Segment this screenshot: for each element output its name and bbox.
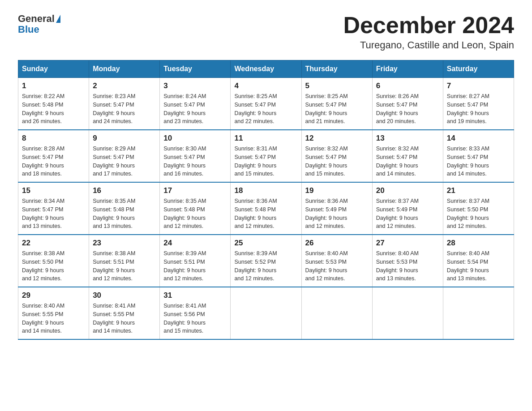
day-number: 12 bbox=[305, 134, 369, 143]
day-number: 2 bbox=[93, 81, 156, 90]
calendar-cell: 11Sunrise: 8:31 AMSunset: 5:47 PMDayligh… bbox=[231, 130, 301, 182]
day-info: Sunrise: 8:31 AMSunset: 5:47 PMDaylight:… bbox=[234, 145, 297, 178]
day-info: Sunrise: 8:26 AMSunset: 5:47 PMDaylight:… bbox=[376, 92, 439, 126]
calendar-cell: 23Sunrise: 8:38 AMSunset: 5:51 PMDayligh… bbox=[89, 235, 160, 287]
calendar-cell: 19Sunrise: 8:36 AMSunset: 5:49 PMDayligh… bbox=[301, 182, 372, 235]
calendar-cell: 17Sunrise: 8:35 AMSunset: 5:48 PMDayligh… bbox=[160, 182, 231, 235]
calendar-week-row: 15Sunrise: 8:34 AMSunset: 5:47 PMDayligh… bbox=[18, 182, 514, 235]
calendar-cell: 31Sunrise: 8:41 AMSunset: 5:56 PMDayligh… bbox=[160, 287, 231, 339]
calendar-cell: 13Sunrise: 8:32 AMSunset: 5:47 PMDayligh… bbox=[372, 130, 443, 182]
day-info: Sunrise: 8:40 AMSunset: 5:54 PMDaylight:… bbox=[447, 249, 510, 283]
day-number: 21 bbox=[447, 186, 510, 195]
day-info: Sunrise: 8:38 AMSunset: 5:50 PMDaylight:… bbox=[22, 249, 85, 283]
day-number: 24 bbox=[163, 239, 227, 248]
day-number: 14 bbox=[447, 134, 510, 143]
day-info: Sunrise: 8:36 AMSunset: 5:49 PMDaylight:… bbox=[305, 197, 369, 231]
calendar-cell: 1Sunrise: 8:22 AMSunset: 5:48 PMDaylight… bbox=[18, 78, 89, 130]
day-info: Sunrise: 8:30 AMSunset: 5:47 PMDaylight:… bbox=[163, 145, 227, 178]
day-number: 1 bbox=[22, 81, 85, 90]
calendar-week-row: 29Sunrise: 8:40 AMSunset: 5:55 PMDayligh… bbox=[18, 287, 514, 339]
day-info: Sunrise: 8:37 AMSunset: 5:50 PMDaylight:… bbox=[447, 197, 510, 231]
calendar-header-saturday: Saturday bbox=[443, 60, 514, 78]
day-info: Sunrise: 8:29 AMSunset: 5:47 PMDaylight:… bbox=[93, 145, 156, 178]
day-number: 26 bbox=[305, 239, 369, 248]
calendar-cell: 4Sunrise: 8:25 AMSunset: 5:47 PMDaylight… bbox=[231, 78, 301, 130]
page-header: General Blue December 2024 Turegano, Cas… bbox=[18, 13, 514, 51]
month-title: December 2024 bbox=[343, 13, 514, 37]
day-number: 8 bbox=[22, 134, 85, 143]
logo: General Blue bbox=[18, 13, 60, 35]
calendar-week-row: 22Sunrise: 8:38 AMSunset: 5:50 PMDayligh… bbox=[18, 235, 514, 287]
day-number: 27 bbox=[376, 239, 439, 248]
calendar-cell: 9Sunrise: 8:29 AMSunset: 5:47 PMDaylight… bbox=[89, 130, 160, 182]
day-info: Sunrise: 8:24 AMSunset: 5:47 PMDaylight:… bbox=[163, 92, 227, 126]
calendar-cell: 26Sunrise: 8:40 AMSunset: 5:53 PMDayligh… bbox=[301, 235, 372, 287]
calendar-cell: 25Sunrise: 8:39 AMSunset: 5:52 PMDayligh… bbox=[231, 235, 301, 287]
day-number: 7 bbox=[447, 81, 510, 90]
day-info: Sunrise: 8:32 AMSunset: 5:47 PMDaylight:… bbox=[305, 145, 369, 178]
day-info: Sunrise: 8:25 AMSunset: 5:47 PMDaylight:… bbox=[305, 92, 369, 126]
calendar-cell bbox=[443, 287, 514, 339]
calendar-cell: 10Sunrise: 8:30 AMSunset: 5:47 PMDayligh… bbox=[160, 130, 231, 182]
location-title: Turegano, Castille and Leon, Spain bbox=[343, 39, 514, 51]
calendar-header-sunday: Sunday bbox=[18, 60, 89, 78]
day-info: Sunrise: 8:36 AMSunset: 5:48 PMDaylight:… bbox=[234, 197, 297, 231]
day-number: 9 bbox=[93, 134, 156, 143]
day-number: 17 bbox=[163, 186, 227, 195]
calendar-cell: 2Sunrise: 8:23 AMSunset: 5:47 PMDaylight… bbox=[89, 78, 160, 130]
calendar-week-row: 1Sunrise: 8:22 AMSunset: 5:48 PMDaylight… bbox=[18, 78, 514, 130]
day-info: Sunrise: 8:41 AMSunset: 5:56 PMDaylight:… bbox=[163, 302, 227, 335]
day-number: 4 bbox=[234, 81, 297, 90]
calendar-table: SundayMondayTuesdayWednesdayThursdayFrid… bbox=[18, 60, 514, 340]
day-info: Sunrise: 8:39 AMSunset: 5:52 PMDaylight:… bbox=[234, 249, 297, 283]
day-info: Sunrise: 8:23 AMSunset: 5:47 PMDaylight:… bbox=[93, 92, 156, 126]
day-info: Sunrise: 8:22 AMSunset: 5:48 PMDaylight:… bbox=[22, 92, 85, 126]
calendar-header-monday: Monday bbox=[89, 60, 160, 78]
calendar-cell: 12Sunrise: 8:32 AMSunset: 5:47 PMDayligh… bbox=[301, 130, 372, 182]
calendar-cell: 28Sunrise: 8:40 AMSunset: 5:54 PMDayligh… bbox=[443, 235, 514, 287]
calendar-cell: 15Sunrise: 8:34 AMSunset: 5:47 PMDayligh… bbox=[18, 182, 89, 235]
calendar-cell bbox=[301, 287, 372, 339]
day-number: 11 bbox=[234, 134, 297, 143]
calendar-header-friday: Friday bbox=[372, 60, 443, 78]
day-info: Sunrise: 8:40 AMSunset: 5:53 PMDaylight:… bbox=[376, 249, 439, 283]
calendar-header-row: SundayMondayTuesdayWednesdayThursdayFrid… bbox=[18, 60, 514, 78]
day-info: Sunrise: 8:34 AMSunset: 5:47 PMDaylight:… bbox=[22, 197, 85, 231]
day-number: 13 bbox=[376, 134, 439, 143]
day-info: Sunrise: 8:35 AMSunset: 5:48 PMDaylight:… bbox=[93, 197, 156, 231]
logo-blue-text: Blue bbox=[18, 24, 60, 35]
calendar-cell: 30Sunrise: 8:41 AMSunset: 5:55 PMDayligh… bbox=[89, 287, 160, 339]
calendar-cell bbox=[231, 287, 301, 339]
day-number: 15 bbox=[22, 186, 85, 195]
logo-triangle-icon bbox=[56, 15, 60, 23]
calendar-cell: 18Sunrise: 8:36 AMSunset: 5:48 PMDayligh… bbox=[231, 182, 301, 235]
day-info: Sunrise: 8:33 AMSunset: 5:47 PMDaylight:… bbox=[447, 145, 510, 178]
calendar-cell: 22Sunrise: 8:38 AMSunset: 5:50 PMDayligh… bbox=[18, 235, 89, 287]
calendar-cell: 24Sunrise: 8:39 AMSunset: 5:51 PMDayligh… bbox=[160, 235, 231, 287]
calendar-header-tuesday: Tuesday bbox=[160, 60, 231, 78]
calendar-header-wednesday: Wednesday bbox=[231, 60, 301, 78]
day-number: 28 bbox=[447, 239, 510, 248]
day-number: 10 bbox=[163, 134, 227, 143]
calendar-cell: 20Sunrise: 8:37 AMSunset: 5:49 PMDayligh… bbox=[372, 182, 443, 235]
day-info: Sunrise: 8:41 AMSunset: 5:55 PMDaylight:… bbox=[93, 302, 156, 335]
day-number: 18 bbox=[234, 186, 297, 195]
day-number: 6 bbox=[376, 81, 439, 90]
day-number: 22 bbox=[22, 239, 85, 248]
calendar-cell: 21Sunrise: 8:37 AMSunset: 5:50 PMDayligh… bbox=[443, 182, 514, 235]
day-info: Sunrise: 8:25 AMSunset: 5:47 PMDaylight:… bbox=[234, 92, 297, 126]
day-number: 19 bbox=[305, 186, 369, 195]
calendar-cell: 3Sunrise: 8:24 AMSunset: 5:47 PMDaylight… bbox=[160, 78, 231, 130]
day-number: 25 bbox=[234, 239, 297, 248]
day-info: Sunrise: 8:40 AMSunset: 5:55 PMDaylight:… bbox=[22, 302, 85, 335]
calendar-cell: 8Sunrise: 8:28 AMSunset: 5:47 PMDaylight… bbox=[18, 130, 89, 182]
calendar-cell bbox=[372, 287, 443, 339]
day-info: Sunrise: 8:27 AMSunset: 5:47 PMDaylight:… bbox=[447, 92, 510, 126]
day-info: Sunrise: 8:32 AMSunset: 5:47 PMDaylight:… bbox=[376, 145, 439, 178]
calendar-cell: 14Sunrise: 8:33 AMSunset: 5:47 PMDayligh… bbox=[443, 130, 514, 182]
day-number: 31 bbox=[163, 291, 227, 300]
calendar-cell: 6Sunrise: 8:26 AMSunset: 5:47 PMDaylight… bbox=[372, 78, 443, 130]
day-number: 29 bbox=[22, 291, 85, 300]
day-number: 30 bbox=[93, 291, 156, 300]
day-info: Sunrise: 8:38 AMSunset: 5:51 PMDaylight:… bbox=[93, 249, 156, 283]
